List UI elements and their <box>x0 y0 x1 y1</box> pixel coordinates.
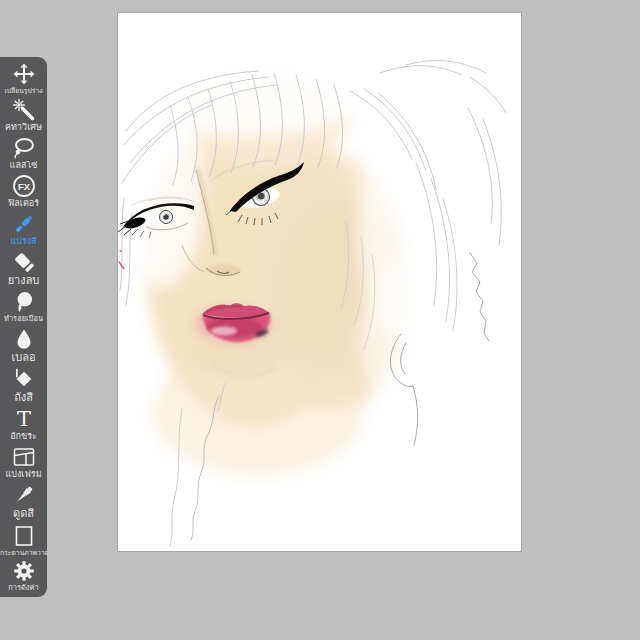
sidebar-item-settings[interactable]: การตั้งค่า <box>0 557 47 594</box>
gear-icon <box>12 559 36 583</box>
lasso-icon <box>12 136 36 160</box>
svg-text:T: T <box>16 407 30 431</box>
board-icon <box>12 524 36 548</box>
sidebar-item-lasso[interactable]: แลสโซ่ <box>0 134 47 172</box>
text-icon: T <box>12 407 36 431</box>
move-icon <box>12 62 36 86</box>
sidebar-item-eraser[interactable]: ยางลบ <box>0 248 47 288</box>
sidebar-item-eyedropper[interactable]: ดูดสี <box>0 481 47 521</box>
sidebar-item-canvas-board[interactable]: กระดานภาพวาด <box>0 522 47 558</box>
sidebar-item-magic-wand[interactable]: คทาวิเศษ <box>0 96 47 134</box>
app-window: เปลี่ยนรูปร่าง คทาวิเศษ แลสโซ่ FX ฟิลเตอ… <box>0 0 640 640</box>
sidebar-item-text[interactable]: T อักขระ <box>0 405 47 443</box>
svg-text:FX: FX <box>17 180 30 191</box>
sidebar-item-filter[interactable]: FX ฟิลเตอร์ <box>0 172 47 210</box>
brush-icon <box>12 212 36 236</box>
frames-icon <box>12 445 36 469</box>
sidebar-item-brush[interactable]: แปรงสี <box>0 210 47 248</box>
sidebar-item-frames[interactable]: แบ่งเฟรม <box>0 443 47 481</box>
drop-icon <box>12 327 36 351</box>
drawing-canvas[interactable] <box>117 12 522 552</box>
eyedropper-icon <box>12 483 36 507</box>
portrait-painting <box>118 13 521 551</box>
magic-wand-icon <box>12 98 36 122</box>
sidebar-item-transform[interactable]: เปลี่ยนรูปร่าง <box>0 60 47 96</box>
fx-icon: FX <box>12 174 36 198</box>
smudge-icon <box>12 290 36 314</box>
toolbar: เปลี่ยนรูปร่าง คทาวิเศษ แลสโซ่ FX ฟิลเตอ… <box>0 57 47 597</box>
sidebar-item-smudge[interactable]: ทำรอยเปื้อน <box>0 288 47 325</box>
bucket-icon <box>12 367 36 391</box>
sidebar-item-blur[interactable]: เบลอ <box>0 325 47 365</box>
eraser-icon <box>12 250 36 274</box>
sidebar-item-fill[interactable]: ถังสี <box>0 365 47 405</box>
